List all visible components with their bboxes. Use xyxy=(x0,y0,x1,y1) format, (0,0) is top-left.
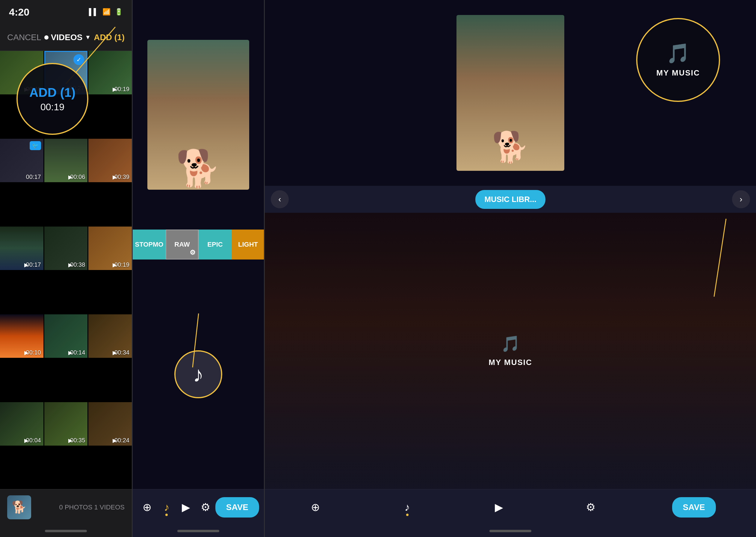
picker-title: VIDEOS ▼ xyxy=(44,33,91,42)
tab-stopmo[interactable]: STOPMO xyxy=(133,229,166,260)
music-settings-button[interactable]: ⚙ xyxy=(580,497,601,518)
music-area: ♪ xyxy=(133,260,264,489)
picker-title-label: VIDEOS xyxy=(51,33,83,42)
tab-stopmo-label: STOPMO xyxy=(135,241,164,248)
music-add-button[interactable]: ⊕ xyxy=(305,497,326,518)
video-thumb[interactable]: 00:49 ▶ xyxy=(0,51,43,94)
style-tabs-bar: STOPMO RAW ⚙ EPIC LIGHT xyxy=(133,229,264,260)
video-button[interactable]: ▶ xyxy=(176,497,196,518)
editor-video-frame: 🐕 xyxy=(147,40,249,190)
picker-count: 0 PHOTOS 1 VIDEOS xyxy=(59,503,125,511)
twitter-badge: 🐦 xyxy=(30,141,41,150)
music-button[interactable]: ♪ xyxy=(157,497,176,518)
my-music-content-label: MY MUSIC xyxy=(488,358,532,367)
play-icon: ▶ xyxy=(113,350,117,356)
music-toolbar: ⊕ ♪ ▶ ⚙ SAVE xyxy=(265,489,756,525)
my-music-icon: 🎵 xyxy=(501,335,520,353)
video-thumb[interactable]: 00:04 ▶ xyxy=(0,402,43,446)
save-button[interactable]: SAVE xyxy=(215,497,259,517)
wifi-icon: 📶 xyxy=(102,8,110,16)
music-home-indicator xyxy=(265,525,756,537)
play-icon: ▶ xyxy=(24,86,28,93)
video-thumb[interactable]: 00:10 ▶ xyxy=(0,314,43,358)
add-button[interactable]: ADD (1) xyxy=(94,33,125,42)
my-music-callout-label: MY MUSIC xyxy=(656,68,700,78)
title-dot-icon xyxy=(44,35,49,40)
music-preview-area: 🐕 🎵 MY MUSIC xyxy=(265,0,756,186)
video-grid: 00:49 ▶ ✓ 00:27 ▶ 00:19 ▶ 🐦 00:17 00:06 … xyxy=(0,51,132,489)
settings-icon: ⚙ xyxy=(201,501,210,514)
play-icon: ▶ xyxy=(67,85,72,92)
panel-video-editor: 🐕 STOPMO RAW ⚙ EPIC LIGHT ♪ ⊕ ♪ xyxy=(132,0,264,537)
status-time: 4:20 xyxy=(9,6,29,18)
tab-raw-label: RAW xyxy=(174,241,190,248)
video-thumb[interactable]: 00:06 ▶ xyxy=(44,139,88,182)
panel-my-music: 🐕 🎵 MY MUSIC ‹ MUSIC LIBR... › 🎵 MY MUSI… xyxy=(265,0,756,537)
play-icon: ▶ xyxy=(24,437,28,444)
editor-toolbar: ⊕ ♪ ▶ ⚙ SAVE xyxy=(133,489,264,525)
play-icon: ▶ xyxy=(24,262,28,268)
play-icon: ▶ xyxy=(24,350,28,356)
video-thumb[interactable]: 00:24 ▶ xyxy=(88,402,132,446)
my-music-callout-icon: 🎵 xyxy=(666,42,690,65)
corgi-emoji: 🐕 xyxy=(176,147,221,190)
my-music-callout-big: 🎵 MY MUSIC xyxy=(636,18,720,102)
music-library-button[interactable]: MUSIC LIBR... xyxy=(475,190,545,209)
music-video-button[interactable]: ▶ xyxy=(488,497,510,518)
play-icon: ▶ xyxy=(113,86,117,93)
video-thumb[interactable]: 00:38 ▶ xyxy=(44,227,88,270)
tab-epic[interactable]: EPIC xyxy=(199,229,232,260)
home-bar-2 xyxy=(177,530,219,532)
cancel-button[interactable]: CANCEL xyxy=(7,33,41,42)
music-content-area: 🎵 MY MUSIC xyxy=(265,213,756,489)
music-save-button[interactable]: SAVE xyxy=(672,497,716,517)
status-icons: ▌▌ 📶 🔋 xyxy=(89,8,123,16)
settings-button[interactable]: ⚙ xyxy=(196,497,215,518)
home-indicator xyxy=(0,525,132,537)
music-note-callout: ♪ xyxy=(174,350,222,398)
next-arrow-button[interactable]: › xyxy=(732,190,750,208)
play-icon: ▶ xyxy=(113,174,117,181)
tab-light[interactable]: LIGHT xyxy=(232,229,264,260)
battery-icon: 🔋 xyxy=(115,8,123,16)
video-thumb[interactable]: 00:39 ▶ xyxy=(88,139,132,182)
video-thumb[interactable]: 00:19 ▶ xyxy=(88,51,132,94)
tab-raw[interactable]: RAW ⚙ xyxy=(166,229,199,260)
dropdown-icon[interactable]: ▼ xyxy=(85,34,91,41)
video-thumb[interactable]: 00:19 ▶ xyxy=(88,227,132,270)
tab-light-label: LIGHT xyxy=(238,241,258,248)
music-save-label: SAVE xyxy=(683,503,705,512)
editor-preview-area: 🐕 xyxy=(133,0,264,229)
video-thumb[interactable]: 00:34 ▶ xyxy=(88,314,132,358)
music-note-button[interactable]: ♪ xyxy=(397,497,418,518)
status-bar: 4:20 ▌▌ 📶 🔋 xyxy=(0,0,132,24)
preview-thumbnail: 🐕 xyxy=(7,495,31,519)
picker-header: CANCEL VIDEOS ▼ ADD (1) xyxy=(0,24,132,51)
home-bar-3 xyxy=(489,530,531,532)
music-settings-icon: ⚙ xyxy=(586,501,595,514)
thumbnail-preview: 🐕 xyxy=(7,495,31,519)
selected-badge: ✓ xyxy=(73,54,84,65)
play-icon: ▶ xyxy=(68,174,72,181)
tab-epic-label: EPIC xyxy=(207,241,223,248)
music-video-frame: 🐕 xyxy=(457,15,564,171)
panel-video-picker: 4:20 ▌▌ 📶 🔋 CANCEL VIDEOS ▼ ADD (1) 00:4… xyxy=(0,0,132,537)
signal-icon: ▌▌ xyxy=(89,8,98,16)
next-arrow-icon: › xyxy=(739,194,742,204)
music-note-icon: ♪ xyxy=(405,501,410,514)
video-thumb[interactable]: 00:14 ▶ xyxy=(44,314,88,358)
video-thumb[interactable]: 🐦 00:17 xyxy=(0,139,43,182)
music-video-icon: ▶ xyxy=(495,501,503,514)
prev-arrow-button[interactable]: ‹ xyxy=(271,190,289,208)
video-duration: 00:17 xyxy=(26,174,41,181)
my-music-content-block: 🎵 MY MUSIC xyxy=(488,335,532,367)
video-thumb[interactable]: ✓ 00:27 ▶ xyxy=(44,51,88,94)
raw-settings-icon: ⚙ xyxy=(190,249,196,257)
add-clip-button[interactable]: ⊕ xyxy=(137,497,157,518)
add-clip-icon: ⊕ xyxy=(142,501,152,514)
video-thumb[interactable]: 00:17 ▶ xyxy=(0,227,43,270)
music-navigation: ‹ MUSIC LIBR... › xyxy=(265,186,756,213)
video-thumb[interactable]: 00:35 ▶ xyxy=(44,402,88,446)
music-lib-label: MUSIC LIBR... xyxy=(484,195,536,204)
prev-arrow-icon: ‹ xyxy=(278,194,281,204)
